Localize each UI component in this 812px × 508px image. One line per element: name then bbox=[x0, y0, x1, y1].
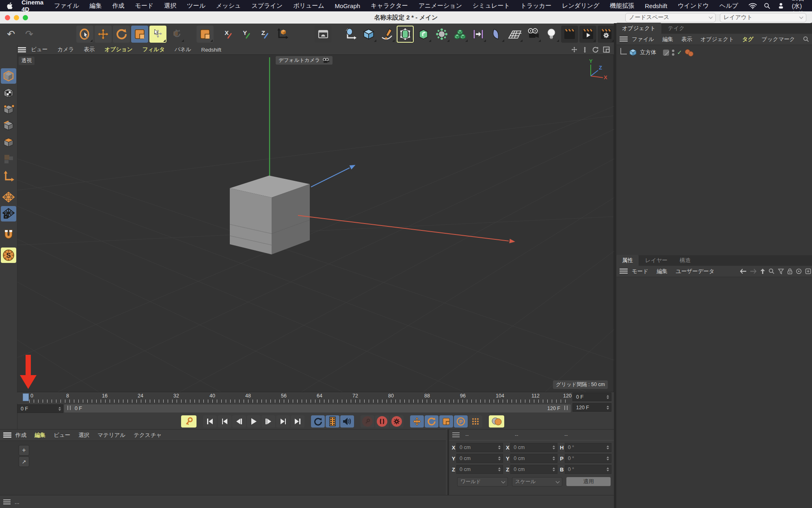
cube-object[interactable] bbox=[230, 176, 310, 254]
play-button[interactable] bbox=[247, 415, 261, 428]
nodespace-select[interactable]: ノードスペース bbox=[625, 13, 716, 22]
lock-icon[interactable] bbox=[787, 268, 793, 274]
am-menu-mode[interactable]: モード bbox=[632, 268, 648, 275]
scale-x-field[interactable]: 0 cm bbox=[510, 443, 557, 452]
undo-button[interactable]: ↶ bbox=[2, 26, 19, 43]
scale-y-field[interactable]: 0 cm bbox=[510, 454, 557, 463]
mat-menu-material[interactable]: マテリアル bbox=[97, 432, 125, 439]
am-menu-userdata[interactable]: ユーザーデータ bbox=[676, 268, 715, 275]
point-mode-button[interactable] bbox=[1, 102, 16, 117]
deformer-ffd-button[interactable] bbox=[433, 26, 450, 43]
viewport-pan-icon[interactable] bbox=[571, 46, 578, 53]
floor-button[interactable] bbox=[506, 26, 523, 43]
tab-layers[interactable]: レイヤー bbox=[639, 255, 673, 266]
vp-menu-redshift[interactable]: Redshift bbox=[201, 47, 221, 53]
menubar-item-edit[interactable]: 編集 bbox=[90, 2, 102, 10]
tab-takes[interactable]: テイク bbox=[662, 23, 690, 34]
goto-end-button[interactable] bbox=[291, 415, 304, 428]
add-panel-icon[interactable] bbox=[805, 268, 811, 274]
x-axis-arrow[interactable] bbox=[298, 215, 516, 244]
search-icon[interactable] bbox=[803, 36, 809, 42]
move-tool[interactable] bbox=[95, 26, 112, 43]
mat-menu-select[interactable]: 選択 bbox=[78, 432, 89, 439]
key-rotation-button[interactable] bbox=[425, 415, 438, 428]
apple-menu[interactable] bbox=[6, 2, 13, 9]
active-tool-move-cursor[interactable] bbox=[149, 26, 166, 43]
tab-objects[interactable]: オブジェクト bbox=[616, 23, 661, 34]
om-menu-bookmarks[interactable]: ブックマーク bbox=[762, 36, 795, 43]
enable-snap-button[interactable] bbox=[1, 189, 16, 205]
spline-pen-button[interactable] bbox=[378, 26, 395, 43]
camera-label-chip[interactable]: デフォルトカメラ bbox=[276, 56, 333, 65]
render-settings-button[interactable] bbox=[598, 26, 615, 43]
attribute-manager-menu-icon[interactable] bbox=[620, 269, 628, 274]
apply-button[interactable]: 適用 bbox=[566, 477, 611, 486]
om-menu-tags[interactable]: タグ bbox=[742, 36, 754, 43]
menubar-item-tracker[interactable]: トラッカー bbox=[520, 2, 551, 10]
om-menu-object[interactable]: オブジェクト bbox=[700, 36, 734, 43]
axis-mode-button[interactable] bbox=[1, 169, 16, 184]
range-start-spinner[interactable] bbox=[607, 394, 611, 400]
om-menu-edit[interactable]: 編集 bbox=[662, 36, 673, 43]
material-menu-icon[interactable] bbox=[3, 432, 11, 438]
orientation-axis-gizmo[interactable]: Y X Z bbox=[584, 58, 608, 79]
key-position-button[interactable] bbox=[410, 415, 424, 428]
object-row-cube[interactable]: 立方体 ✓ bbox=[616, 45, 812, 57]
workplane-mode-button[interactable] bbox=[1, 206, 16, 221]
object-manager-list[interactable]: 立方体 ✓ bbox=[616, 45, 812, 255]
menubar-item-select[interactable]: 選択 bbox=[164, 2, 176, 10]
tab-structure[interactable]: 構造 bbox=[674, 255, 696, 266]
frame-spinner[interactable] bbox=[58, 406, 63, 412]
enabled-checkmark[interactable]: ✓ bbox=[677, 49, 682, 56]
prev-frame-button[interactable] bbox=[232, 415, 246, 428]
keyframe-selection-button[interactable] bbox=[469, 415, 482, 428]
mat-menu-texture[interactable]: テクスチャ bbox=[134, 432, 162, 439]
preview-range-bar[interactable]: 0 F 120 F bbox=[64, 404, 571, 412]
mograph-cloner-button[interactable] bbox=[451, 26, 469, 43]
tweak-mode-tool[interactable] bbox=[168, 26, 185, 43]
tab-attributes[interactable]: 属性 bbox=[616, 255, 639, 266]
statusbar-menu-icon[interactable] bbox=[3, 499, 11, 504]
next-frame-button[interactable] bbox=[261, 415, 275, 428]
menubar-item-extensions[interactable]: 機能拡張 bbox=[610, 2, 634, 10]
texture-mode-button[interactable] bbox=[1, 85, 16, 101]
key-scale-button[interactable] bbox=[439, 415, 453, 428]
menubar-item-character[interactable]: キャラクター bbox=[371, 2, 408, 10]
viewport-menu-icon[interactable] bbox=[18, 47, 26, 52]
prev-key-button[interactable] bbox=[218, 415, 231, 428]
lock-y-axis-button[interactable]: Y bbox=[237, 26, 254, 43]
editor-enable-toggle[interactable] bbox=[663, 50, 669, 56]
mat-menu-edit[interactable]: 編集 bbox=[35, 432, 45, 439]
rotation-p-field[interactable]: 0 ° bbox=[565, 454, 611, 463]
vp-menu-options[interactable]: オプション bbox=[105, 46, 133, 53]
object-name[interactable]: 立方体 bbox=[640, 49, 657, 56]
menubar-item-tools[interactable]: ツール bbox=[187, 2, 205, 10]
menubar-item-simulate[interactable]: シミュレート bbox=[473, 2, 510, 10]
vp-menu-view[interactable]: ビュー bbox=[31, 46, 48, 53]
key-parameter-button[interactable]: P bbox=[454, 415, 468, 428]
range-end-field[interactable]: 120 F bbox=[572, 403, 611, 412]
rotate-tool[interactable] bbox=[113, 26, 130, 43]
history-forward-icon[interactable] bbox=[750, 269, 757, 274]
object-manager-menu-icon[interactable] bbox=[620, 37, 628, 42]
render-to-viewer-button[interactable] bbox=[561, 26, 578, 43]
light-button[interactable] bbox=[543, 26, 560, 43]
menubar-item-create[interactable]: 作成 bbox=[112, 2, 125, 10]
live-selection-tool[interactable] bbox=[76, 26, 93, 43]
range-start-field[interactable]: 0 F bbox=[572, 393, 611, 401]
redo-button[interactable]: ↷ bbox=[21, 26, 38, 43]
asset-axis-tool[interactable] bbox=[342, 26, 359, 43]
vp-menu-camera[interactable]: カメラ bbox=[57, 46, 74, 53]
menubar-item-file[interactable]: ファイル bbox=[54, 2, 79, 10]
wifi-icon[interactable] bbox=[749, 3, 757, 9]
scale-mode-select[interactable]: スケール bbox=[512, 477, 563, 486]
menubar-item-mograph[interactable]: MoGraph bbox=[335, 2, 361, 9]
menubar-item-spline[interactable]: スプライン bbox=[251, 2, 283, 10]
lock-z-axis-button[interactable]: Z bbox=[255, 26, 272, 43]
goto-start-button[interactable] bbox=[203, 415, 217, 428]
parent-up-icon[interactable] bbox=[760, 268, 765, 274]
visibility-dots[interactable] bbox=[672, 50, 674, 56]
viewport-canvas[interactable]: 透視 デフォルトカメラ グリッド間隔 : 50 cm Y X Z bbox=[17, 54, 614, 392]
mat-menu-view[interactable]: ビュー bbox=[54, 432, 70, 439]
record-keyframe-button[interactable] bbox=[181, 415, 197, 428]
